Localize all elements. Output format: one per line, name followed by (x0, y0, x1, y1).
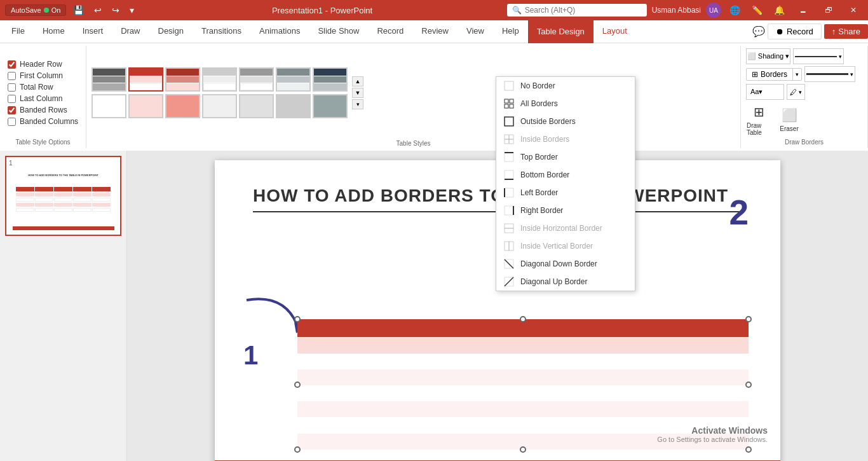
tab-draw[interactable]: Draw (112, 20, 149, 43)
restore-button[interactable]: 🗗 (818, 4, 839, 16)
tab-design[interactable]: Design (149, 20, 193, 43)
tab-file[interactable]: File (3, 20, 34, 43)
table-row (297, 369, 749, 385)
handle-bottom-right[interactable] (745, 446, 752, 453)
style-swatch-8[interactable] (92, 94, 126, 118)
handle-top-right[interactable] (745, 316, 752, 322)
tab-review[interactable]: Review (412, 20, 458, 43)
quick-styles-btn[interactable]: Aa▾ (746, 84, 784, 100)
checkbox-header-row[interactable]: Header Row (8, 60, 78, 69)
data-cell (523, 369, 598, 385)
search-input[interactable] (525, 6, 633, 15)
pen-color-btn[interactable]: 🖊 ▾ (787, 84, 805, 100)
tab-animations[interactable]: Animations (250, 20, 309, 43)
customize-icon[interactable]: ▾ (126, 4, 137, 17)
menu-all-borders[interactable]: All Borders (496, 95, 635, 113)
wordart-shading[interactable]: ⬜ Shading ▾ (746, 48, 790, 64)
tab-home[interactable]: Home (34, 20, 74, 43)
tab-tabledesign[interactable]: Table Design (528, 20, 593, 43)
style-swatch-6[interactable] (276, 67, 311, 92)
style-swatch-11[interactable] (202, 94, 237, 118)
record-button[interactable]: ⏺ Record (768, 24, 822, 39)
inside-borders-icon (504, 134, 514, 144)
handle-bottom-left[interactable] (294, 446, 301, 453)
eraser-button[interactable]: ⬜ Eraser (776, 102, 802, 137)
menu-bottom-border[interactable]: Bottom Border (496, 166, 635, 184)
slide-thumbnail-1[interactable]: 1 HOW TO ADD BORDERS TO THE TABLE IN POW… (5, 156, 121, 236)
data-cell (598, 354, 673, 369)
handle-top-center[interactable] (520, 316, 526, 322)
comment-icon[interactable]: 💬 (752, 25, 765, 38)
line-style-select[interactable]: ▾ (793, 48, 844, 64)
minimize-button[interactable]: 🗕 (793, 4, 813, 16)
table-styles-content: ▲ ▼ ▾ (92, 47, 735, 139)
handle-mid-left[interactable] (294, 382, 301, 388)
scroll-up-arrow[interactable]: ▲ (352, 76, 363, 86)
undo-icon[interactable]: ↩ (91, 4, 105, 17)
tab-record[interactable]: Record (368, 20, 412, 43)
borders-dropdown-button[interactable]: ▾ (793, 70, 801, 79)
checkbox-last-col[interactable]: Last Column (8, 94, 78, 103)
handle-mid-right[interactable] (745, 382, 752, 388)
style-swatch-13[interactable] (276, 94, 311, 118)
notification-icon[interactable]: 🔔 (771, 4, 788, 17)
header-cell (448, 319, 523, 337)
checkbox-first-col[interactable]: First Column (8, 71, 78, 80)
style-swatch-2[interactable] (128, 67, 163, 92)
banded-cols-checkbox[interactable] (8, 118, 16, 126)
close-button[interactable]: ✕ (844, 4, 863, 16)
style-swatch-4[interactable] (202, 67, 237, 92)
tab-insert[interactable]: Insert (74, 20, 112, 43)
banded-rows-checkbox[interactable] (8, 106, 16, 114)
style-swatch-5[interactable] (239, 67, 274, 92)
ppt-table-container[interactable] (297, 319, 749, 450)
outside-borders-icon (504, 116, 514, 127)
menu-top-border[interactable]: Top Border (496, 148, 635, 166)
tab-view[interactable]: View (458, 20, 493, 43)
total-row-checkbox[interactable] (8, 83, 16, 92)
header-row-checkbox[interactable] (8, 60, 16, 69)
menu-diagonal-up[interactable]: Diagonal Up Border (496, 273, 635, 291)
tab-slideshow[interactable]: Slide Show (309, 20, 368, 43)
menu-diagonal-down[interactable]: Diagonal Down Border (496, 255, 635, 273)
menu-no-border[interactable]: No Border (496, 77, 635, 95)
style-swatch-14[interactable] (313, 94, 348, 118)
style-swatch-12[interactable] (239, 94, 274, 118)
menu-left-border[interactable]: Left Border (496, 184, 635, 202)
save-icon[interactable]: 💾 (70, 4, 87, 17)
title-bar: AutoSave On 💾 ↩ ↪ ▾ Presentation1 - Powe… (0, 0, 868, 20)
user-avatar[interactable]: UA (706, 3, 721, 18)
search-bar[interactable]: 🔍 (507, 4, 647, 17)
globe-icon[interactable]: 🌐 (726, 4, 743, 17)
line-weight-select[interactable]: ▾ (804, 66, 855, 82)
share-button[interactable]: ↑ Share (824, 24, 868, 39)
borders-main-button[interactable]: ⊞ Borders (747, 69, 793, 80)
tab-layout[interactable]: Layout (593, 20, 636, 43)
svg-rect-9 (505, 153, 513, 162)
handle-bottom-center[interactable] (520, 446, 526, 453)
autosave-button[interactable]: AutoSave On (5, 4, 66, 16)
scroll-down-arrow[interactable]: ▼ (352, 88, 363, 98)
style-swatch-9[interactable] (128, 94, 163, 118)
pen-icon[interactable]: ✏️ (749, 4, 766, 17)
first-col-checkbox[interactable] (8, 72, 16, 80)
draw-table-button[interactable]: ⊞ Draw Table (746, 102, 771, 137)
handle-top-left[interactable] (294, 316, 301, 322)
checkbox-banded-cols[interactable]: Banded Columns (8, 117, 78, 126)
menu-right-border[interactable]: Right Border (496, 202, 635, 219)
style-swatch-7[interactable] (313, 67, 348, 92)
menu-outside-borders[interactable]: Outside Borders (496, 113, 635, 130)
checkbox-banded-rows[interactable]: Banded Rows (8, 106, 78, 114)
style-swatch-1[interactable] (92, 67, 126, 92)
slide-title-text: HOW TO ADD BORDERS TO T (253, 186, 522, 205)
checkbox-total-row[interactable]: Total Row (8, 83, 78, 92)
style-swatch-3[interactable] (165, 67, 200, 92)
svg-rect-3 (505, 104, 508, 108)
last-col-checkbox[interactable] (8, 95, 16, 103)
window-title: Presentation1 - PowerPoint (272, 6, 372, 15)
style-swatch-10[interactable] (165, 94, 200, 118)
tab-transitions[interactable]: Transitions (193, 20, 250, 43)
redo-icon[interactable]: ↪ (109, 4, 123, 17)
tab-help[interactable]: Help (493, 20, 528, 43)
scroll-more-arrow[interactable]: ▾ (352, 99, 363, 109)
